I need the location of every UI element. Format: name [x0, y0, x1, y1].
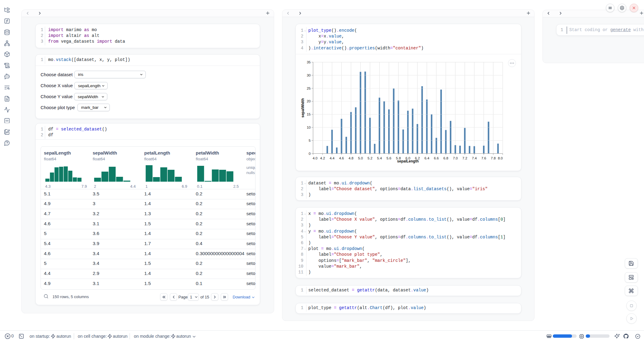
- svg-text:5: 5: [309, 139, 310, 142]
- svg-text:sepalWidth: sepalWidth: [301, 98, 305, 118]
- svg-text:25: 25: [307, 87, 311, 90]
- svg-text:10: 10: [307, 126, 311, 129]
- svg-text:4.2: 4.2: [320, 156, 325, 160]
- svg-text:20: 20: [307, 99, 311, 103]
- svg-text:5.2: 5.2: [367, 156, 372, 160]
- svg-text:7.4: 7.4: [472, 156, 477, 160]
- svg-text:sepalLength: sepalLength: [397, 159, 419, 163]
- svg-text:8.0: 8.0: [498, 156, 503, 160]
- svg-text:0: 0: [309, 152, 310, 155]
- svg-text:7.0: 7.0: [453, 156, 458, 160]
- svg-text:7.2: 7.2: [462, 156, 467, 160]
- svg-text:5.0: 5.0: [358, 156, 363, 160]
- svg-text:4.6: 4.6: [339, 156, 344, 160]
- svg-text:4.8: 4.8: [349, 156, 353, 160]
- svg-text:6.6: 6.6: [434, 156, 439, 160]
- svg-text:7.8: 7.8: [491, 156, 496, 160]
- svg-text:35: 35: [307, 60, 311, 64]
- svg-text:7.6: 7.6: [481, 156, 486, 160]
- svg-text:15: 15: [307, 112, 311, 116]
- svg-text:6.8: 6.8: [443, 156, 448, 160]
- svg-text:4.0: 4.0: [313, 156, 317, 160]
- svg-text:30: 30: [307, 73, 311, 77]
- svg-text:4.4: 4.4: [330, 156, 335, 160]
- svg-text:6.4: 6.4: [424, 156, 430, 160]
- svg-text:5.4: 5.4: [377, 156, 382, 160]
- svg-text:5.6: 5.6: [387, 156, 392, 160]
